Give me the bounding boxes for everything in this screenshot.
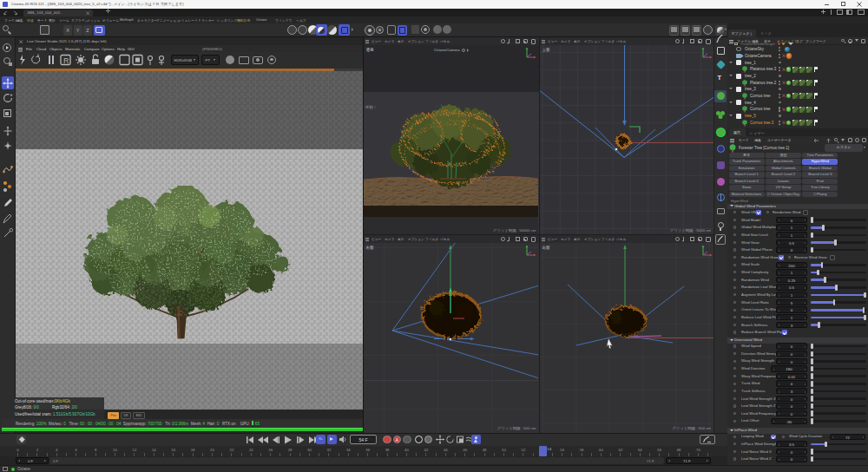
svg-text:R: R xyxy=(63,56,69,64)
